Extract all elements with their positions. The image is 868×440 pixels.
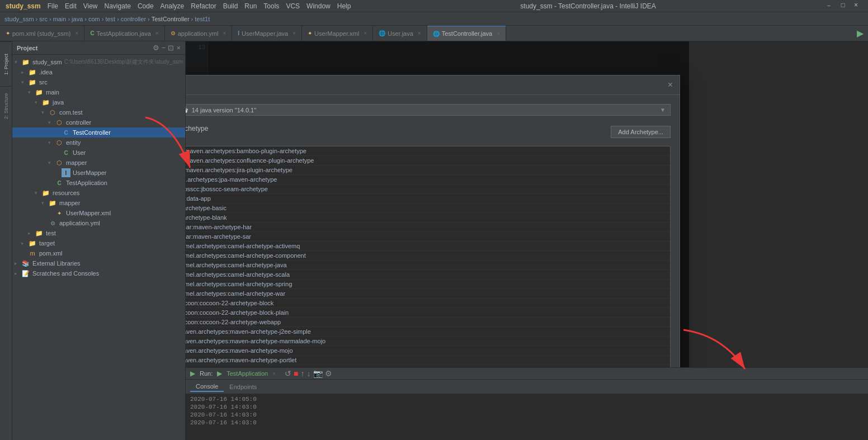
archetype-item-15[interactable]: ▸ org.apache.camel.archetypes:camel-arch… xyxy=(186,280,670,289)
tree-arrow-entity[interactable]: ▾ xyxy=(48,140,55,145)
archetype-item-21[interactable]: ▸ org.apache.maven.archetypes:maven-arch… xyxy=(186,337,670,346)
breadcrumb-testcontroller[interactable]: TestController xyxy=(152,16,190,22)
sdk-selector[interactable]: ☕ 14 java version "14.0.1" ▼ xyxy=(186,104,671,116)
tree-item-appyml[interactable]: ▸ ⚙ application.yml xyxy=(12,218,185,228)
tree-arrow-mapper-res[interactable]: ▾ xyxy=(41,200,48,206)
tree-arrow-studyssm[interactable]: ▾ xyxy=(15,59,21,65)
tree-arrow-java[interactable]: ▾ xyxy=(35,100,41,105)
tree-item-pomxml[interactable]: ▸ m pom.xml xyxy=(12,248,185,258)
tab-testapp-close[interactable]: × xyxy=(155,30,159,36)
tree-arrow-idea[interactable]: ▸ xyxy=(21,69,28,75)
tree-arrow-external-libs[interactable]: ▸ xyxy=(15,261,21,266)
archetype-item-23[interactable]: ▸ org.apache.maven.archetypes:maven-arch… xyxy=(186,356,670,365)
tree-item-java[interactable]: ▾ 📁 java xyxy=(12,97,185,107)
archetype-item-11[interactable]: ▸ org.apache.camel.archetypes:camel-arch… xyxy=(186,242,670,251)
run-scroll-down-btn[interactable]: ↓ xyxy=(307,369,311,378)
run-stop-btn[interactable]: ■ xyxy=(294,369,298,378)
breadcrumb-test1t[interactable]: test1t xyxy=(195,16,210,22)
tree-item-comtest[interactable]: ▾ ⬡ com.test xyxy=(12,107,185,117)
archetype-item-13[interactable]: ▸ org.apache.camel.archetypes:camel-arch… xyxy=(186,261,670,270)
archetype-item-8[interactable]: ▸ net.liftweb:lift-archetype-blank xyxy=(186,213,670,223)
tree-item-scratches[interactable]: ▸ 📝 Scratches and Consoles xyxy=(12,268,185,278)
tree-arrow-mapper[interactable]: ▾ xyxy=(48,160,55,165)
tree-arrow-controller[interactable]: ▾ xyxy=(48,120,55,125)
archetype-item-14[interactable]: ▸ org.apache.camel.archetypes:camel-arch… xyxy=(186,270,670,280)
breadcrumb-main[interactable]: main xyxy=(53,16,67,22)
archetype-item-1[interactable]: ▸ com.atlassian.maven.archetypes:bamboo-… xyxy=(186,146,670,156)
breadcrumb-test[interactable]: test xyxy=(105,16,115,22)
tree-item-test[interactable]: ▸ 📁 test xyxy=(12,228,185,238)
breadcrumb-src[interactable]: src xyxy=(39,16,48,22)
tree-item-target[interactable]: ▸ 📁 target xyxy=(12,238,185,248)
tab-testcontroller[interactable]: 🌐 TestController.java × xyxy=(427,26,506,41)
run-tab-endpoints[interactable]: Endpoints xyxy=(224,382,262,391)
add-archetype-button[interactable]: Add Archetype... xyxy=(611,126,671,138)
run-restart-btn[interactable]: ↺ xyxy=(285,369,291,378)
tree-item-mapper-res[interactable]: ▾ 📁 mapper xyxy=(12,198,185,208)
breadcrumb-controller[interactable]: controller xyxy=(121,16,146,22)
tree-item-usermapperxml[interactable]: ▸ ✦ UserMapper.xml xyxy=(12,208,185,218)
menu-refactor[interactable]: Refactor xyxy=(187,1,219,11)
archetype-item-5[interactable]: ▸ de.akquinet.jbosscc:jbosscc-seam-arche… xyxy=(186,184,670,194)
breadcrumb-com[interactable]: com xyxy=(88,16,100,22)
tree-item-user[interactable]: ▸ C User xyxy=(12,148,185,158)
archetype-item-19[interactable]: ▸ org.apache.cocoon:cocoon-22-archetype-… xyxy=(186,318,670,327)
dialog-close-button[interactable]: × xyxy=(668,80,673,90)
tab-testapp[interactable]: C TestApplication.java × xyxy=(84,26,164,41)
run-panel-close[interactable]: × xyxy=(272,371,276,377)
archetype-item-6[interactable]: ▸ net.databinder:data-app xyxy=(186,194,670,204)
tab-appyml-close[interactable]: × xyxy=(223,30,226,36)
archetype-item-17[interactable]: ▸ org.apache.cocoon:cocoon-22-archetype-… xyxy=(186,299,670,308)
archetype-item-12[interactable]: ▸ org.apache.camel.archetypes:camel-arch… xyxy=(186,251,670,261)
tree-item-usermapper[interactable]: ▸ I UserMapper xyxy=(12,168,185,178)
maximize-button[interactable]: □ xyxy=(838,0,848,12)
project-strip-btn[interactable]: 1: Project xyxy=(0,41,12,86)
tree-item-controller[interactable]: ▾ ⬡ controller xyxy=(12,117,185,127)
tree-item-studyssm[interactable]: ▾ 📁 study_ssm C:\Users\86136\Desktop\新建文… xyxy=(12,57,185,67)
tree-arrow-target[interactable]: ▸ xyxy=(21,240,28,246)
archetype-list[interactable]: ▸ com.atlassian.maven.archetypes:bamboo-… xyxy=(186,146,671,367)
close-button[interactable]: × xyxy=(851,0,861,12)
tab-pom-close[interactable]: × xyxy=(76,30,79,36)
sidebar-collapse-icon[interactable]: − xyxy=(162,44,166,52)
menu-code[interactable]: Code xyxy=(134,1,157,11)
tree-item-mapper[interactable]: ▾ ⬡ mapper xyxy=(12,158,185,168)
tab-usermapper[interactable]: I UserMapper.java × xyxy=(232,26,302,41)
tab-usermapperxml[interactable]: ✦ UserMapper.xml × xyxy=(302,26,373,41)
archetype-item-9[interactable]: ▸ net.sf.maven-har:maven-archetype-har xyxy=(186,223,670,232)
tree-arrow-test[interactable]: ▸ xyxy=(28,230,35,236)
tab-appyml[interactable]: ⚙ application.yml × xyxy=(165,26,233,41)
archetype-item-4[interactable]: ▸ com.rfc.maven.archetypes:jpa-maven-arc… xyxy=(186,175,670,184)
run-settings-btn[interactable]: ⚙ xyxy=(325,369,332,378)
structure-strip-btn[interactable]: 2: Structure xyxy=(0,86,12,125)
tree-item-idea[interactable]: ▸ 📁 .idea xyxy=(12,67,185,77)
archetype-item-20[interactable]: ▸ org.apache.maven.archetypes:maven-arch… xyxy=(186,327,670,337)
menu-vcs[interactable]: VCS xyxy=(282,1,303,11)
tab-usermapper-close[interactable]: × xyxy=(293,30,296,36)
menu-edit[interactable]: Edit xyxy=(62,1,80,11)
breadcrumb-studyssm[interactable]: study_ssm xyxy=(4,16,34,22)
tree-arrow-main[interactable]: ▾ xyxy=(28,89,35,95)
menu-build[interactable]: Build xyxy=(220,1,242,11)
sidebar-gear-icon[interactable]: ⚙ xyxy=(153,44,159,52)
minimize-button[interactable]: － xyxy=(822,0,836,12)
archetype-item-22[interactable]: ▸ org.apache.maven.archetypes:maven-arch… xyxy=(186,346,670,356)
tree-arrow-scratches[interactable]: ▸ xyxy=(15,271,21,276)
menu-tools[interactable]: Tools xyxy=(260,1,282,11)
menu-studyssm[interactable]: study_ssm xyxy=(2,1,44,11)
run-tab-console[interactable]: Console xyxy=(190,382,224,392)
run-screenshot-btn[interactable]: 📷 xyxy=(313,369,323,378)
tree-item-testcontroller[interactable]: ▸ C TestController xyxy=(12,127,185,138)
tab-user-close[interactable]: × xyxy=(418,30,421,36)
archetype-item-18[interactable]: ▸ org.apache.cocoon:cocoon-22-archetype-… xyxy=(186,308,670,318)
archetype-item-3[interactable]: ▸ com.atlassian.maven.archetypes:jira-pl… xyxy=(186,165,670,175)
menu-window[interactable]: Window xyxy=(303,1,334,11)
menu-view[interactable]: View xyxy=(80,1,101,11)
menu-file[interactable]: File xyxy=(44,1,62,11)
tab-testcontroller-close[interactable]: × xyxy=(497,31,500,37)
menu-run[interactable]: Run xyxy=(241,1,260,11)
tree-item-testapplication[interactable]: ▸ C TestApplication xyxy=(12,178,185,188)
tree-arrow-src[interactable]: ▾ xyxy=(21,79,28,85)
sidebar-expand-icon[interactable]: ⊡ xyxy=(168,44,174,52)
sdk-dropdown-arrow[interactable]: ▼ xyxy=(660,107,666,113)
